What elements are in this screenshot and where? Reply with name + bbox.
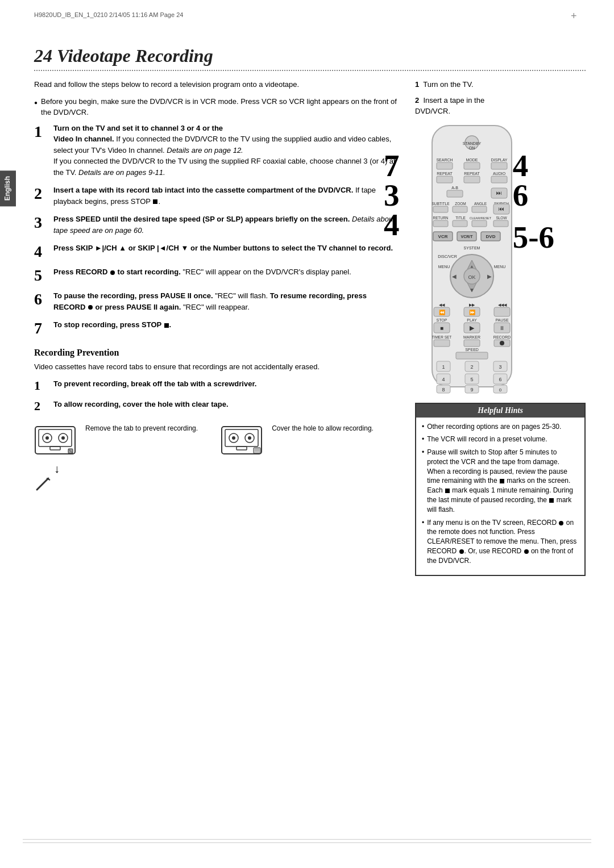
stop-icon <box>153 199 157 204</box>
svg-rect-47 <box>453 206 467 212</box>
step-6-bold: To pause the recording, press PAUSE II o… <box>53 291 213 300</box>
svg-text:0: 0 <box>499 387 502 393</box>
right-step-2-num: 2 <box>415 96 419 105</box>
language-tab: English <box>0 170 16 206</box>
helpful-hints-box: Helpful Hints Other recording options ar… <box>415 403 586 576</box>
right-step-1-num: 1 <box>415 80 419 89</box>
svg-text:ON: ON <box>469 146 475 150</box>
step-1-number: 1 <box>34 124 48 140</box>
main-content: 24 Videotape Recording Read and follow t… <box>34 45 586 834</box>
svg-text:SPEED: SPEED <box>465 348 479 352</box>
svg-rect-46 <box>433 206 448 212</box>
step-3-content: Press SPEED until the desired tape speed… <box>53 214 398 236</box>
prevent-step-1: 1 To prevent recording, break off the ta… <box>34 378 398 392</box>
svg-text:◀: ◀ <box>452 273 457 279</box>
svg-rect-58 <box>493 220 508 227</box>
svg-text:▼: ▼ <box>469 287 475 293</box>
svg-text:2: 2 <box>470 364 473 370</box>
svg-rect-31 <box>491 162 507 169</box>
svg-point-5 <box>61 436 65 440</box>
step-7-content: To stop recording, press STOP . <box>53 319 171 331</box>
svg-text:4: 4 <box>442 377 445 382</box>
step-1: 1 Turn on the TV and set it to channel 3… <box>34 123 398 178</box>
svg-rect-98 <box>434 340 450 347</box>
svg-text:▶▶: ▶▶ <box>469 303 475 307</box>
tape-1-desc: Remove the tab to prevent recording. <box>85 424 198 433</box>
prevent-step-2-number: 2 <box>34 400 48 412</box>
svg-text:VCR: VCR <box>438 234 448 239</box>
big-left-numbers: 7 3 4 <box>384 151 400 240</box>
svg-rect-56 <box>453 220 467 227</box>
rec-dot-hint-3 <box>524 549 529 554</box>
step-4-content: Press SKIP ►|/CH ▲ or SKIP |◄/CH ▼ or th… <box>53 243 393 254</box>
svg-rect-29 <box>437 162 453 169</box>
svg-point-16 <box>248 436 251 440</box>
hint-item-2: The VCR will record in a preset volume. <box>422 435 579 444</box>
svg-text:5: 5 <box>470 377 473 382</box>
svg-text:SYSTEM: SYSTEM <box>464 246 480 250</box>
svg-text:⏸: ⏸ <box>499 325 505 331</box>
step-2-bold: Insert a tape with its record tab intact… <box>53 186 353 194</box>
bullet-dot-icon: ● <box>34 98 38 118</box>
svg-text:STANDBY: STANDBY <box>463 141 482 145</box>
step-6-content: To pause the recording, press PAUSE II o… <box>53 290 398 312</box>
hint-item-1: Other recording options are on pages 25-… <box>422 422 579 432</box>
intro-text: Read and follow the steps below to recor… <box>34 79 398 90</box>
left-column: Read and follow the steps below to recor… <box>34 79 398 576</box>
step-1-bold: Turn on the TV and set it to channel 3 o… <box>53 124 223 144</box>
big-num-56: 5-6 <box>513 222 554 253</box>
svg-rect-99 <box>464 340 480 347</box>
svg-text:DISPLAY: DISPLAY <box>491 158 507 162</box>
svg-text:■: ■ <box>440 325 443 331</box>
svg-rect-103 <box>456 352 488 359</box>
svg-line-9 <box>37 478 48 490</box>
svg-text:6: 6 <box>499 377 501 382</box>
step-5-number: 5 <box>34 268 48 283</box>
svg-text:DISC/VCR: DISC/VCR <box>438 254 457 258</box>
step-3-bold: Press SPEED until the desired tape speed… <box>53 215 350 223</box>
svg-text:⏭: ⏭ <box>496 190 502 196</box>
svg-rect-18 <box>254 448 260 453</box>
crosshair-icon <box>571 10 580 19</box>
svg-text:▶: ▶ <box>470 324 475 331</box>
svg-point-3 <box>45 436 49 440</box>
step-5: 5 Press RECORD to start recording. "REC"… <box>34 266 398 283</box>
step-6: 6 To pause the recording, press PAUSE II… <box>34 290 398 312</box>
svg-text:SUBTITLE: SUBTITLE <box>432 202 450 206</box>
right-step-1: 1 Turn on the TV. <box>415 79 586 90</box>
big-num-4-right: 4 <box>513 151 529 181</box>
step-2: 2 Insert a tape with its record tab inta… <box>34 185 398 207</box>
svg-text:▶: ▶ <box>487 273 492 279</box>
big-num-7: 7 <box>384 151 400 181</box>
prevent-step-2-content: To allow recording, cover the hole with … <box>53 399 229 410</box>
svg-text:REPEAT: REPEAT <box>464 172 480 176</box>
tape-2-desc: Cover the hole to allow recording. <box>272 424 374 433</box>
step-7-bold: To stop recording, press STOP . <box>53 320 171 329</box>
svg-text:REPEAT: REPEAT <box>437 172 453 176</box>
step-1-content: Turn on the TV and set it to channel 3 o… <box>53 123 398 178</box>
step-3-number: 3 <box>34 215 48 231</box>
svg-text:TIMER SET: TIMER SET <box>432 335 452 339</box>
step-4: 4 Press SKIP ►|/CH ▲ or SKIP |◄/CH ▼ or … <box>34 243 398 260</box>
prevent-step-1-number: 1 <box>34 379 48 392</box>
svg-text:PAUSE: PAUSE <box>495 318 509 322</box>
screwdriver-icon <box>34 475 51 493</box>
svg-text:DVD: DVD <box>486 234 496 239</box>
step-2-number: 2 <box>34 186 48 202</box>
svg-rect-55 <box>433 220 448 227</box>
step-7-number: 7 <box>34 320 48 336</box>
svg-rect-57 <box>472 220 487 227</box>
step-5-content: Press RECORD to start recording. "REC" w… <box>53 266 351 278</box>
svg-text:CLEAR/RESET: CLEAR/RESET <box>470 216 492 220</box>
record-dot-icon <box>110 270 115 275</box>
svg-text:A-B: A-B <box>451 186 458 190</box>
svg-text:SLOW: SLOW <box>496 216 507 220</box>
tape-item-2: Cover the hole to allow recording. <box>221 424 374 462</box>
hint-item-4: If any menu is on the TV screen, RECORD … <box>422 518 579 566</box>
prevent-step-2-bold: To allow recording, cover the hole with … <box>53 400 229 408</box>
svg-text:9: 9 <box>470 387 473 393</box>
big-num-4: 4 <box>384 210 400 240</box>
svg-text:◀◀◀: ◀◀◀ <box>498 303 507 307</box>
svg-text:MARKER: MARKER <box>463 335 480 339</box>
step-2-content: Insert a tape with its record tab intact… <box>53 185 398 207</box>
